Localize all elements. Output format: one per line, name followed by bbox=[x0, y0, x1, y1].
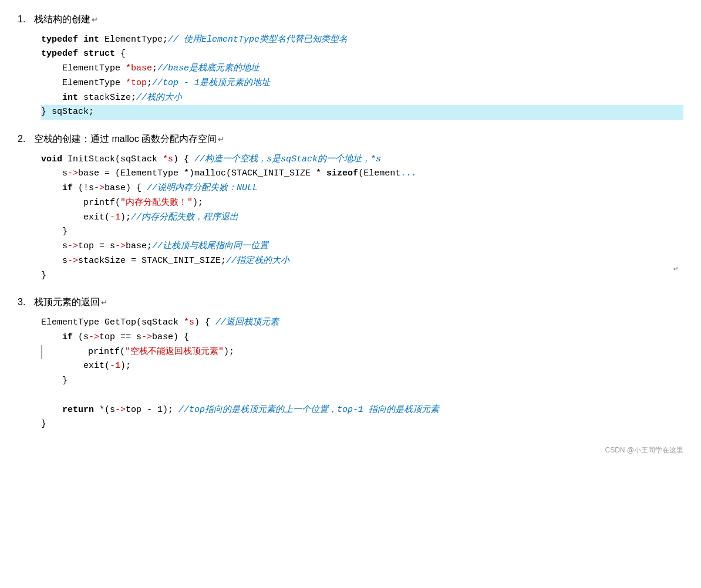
code-line: if (s->top == s->base) { bbox=[41, 330, 683, 345]
section-3-code: ElementType GetTop(sqStack *s) { //返回栈顶元… bbox=[41, 315, 683, 433]
code-line: printf("内存分配失败！"); bbox=[41, 196, 683, 211]
section-2-number: 2. bbox=[18, 131, 34, 147]
code-line: return *(s->top - 1); //top指向的是栈顶元素的上一个位… bbox=[41, 403, 683, 418]
section-1-code: typedef int ElementType;// 使用ElementType… bbox=[41, 32, 683, 121]
code-line-highlighted: } sqStack; bbox=[41, 105, 683, 120]
section-1-title: 栈结构的创建↵ bbox=[34, 12, 98, 27]
code-line: exit(-1); bbox=[41, 359, 683, 374]
section-3-number: 3. bbox=[18, 295, 34, 310]
code-line: int stackSize;//栈的大小 bbox=[41, 91, 683, 106]
code-line: ElementType GetTop(sqStack *s) { //返回栈顶元… bbox=[41, 316, 683, 330]
code-line: s->stackSize = STACK_INIT_SIZE;//指定栈的大小 bbox=[41, 254, 683, 269]
code-line: s->top = s->base;//让栈顶与栈尾指向同一位置 bbox=[41, 239, 683, 254]
code-line: }↵ bbox=[41, 269, 683, 283]
footer: CSDN @小王同学在这里 bbox=[18, 445, 683, 456]
code-line: printf("空栈不能返回栈顶元素"); bbox=[41, 345, 683, 360]
section-2-title: 空栈的创建：通过 malloc 函数分配内存空间↵ bbox=[34, 131, 224, 147]
section-3: 3. 栈顶元素的返回↵ ElementType GetTop(sqStack *… bbox=[18, 295, 683, 433]
section-1-header: 1. 栈结构的创建↵ bbox=[18, 12, 683, 27]
code-line: s->base = (ElementType *)malloc(STACK_IN… bbox=[41, 167, 683, 181]
code-line: void InitStack(sqStack *s) { //构造一个空栈，s是… bbox=[41, 153, 683, 167]
code-line: typedef struct { bbox=[41, 47, 683, 62]
section-2: 2. 空栈的创建：通过 malloc 函数分配内存空间↵ void InitSt… bbox=[18, 131, 683, 284]
code-line: typedef int ElementType;// 使用ElementType… bbox=[41, 33, 683, 48]
code-line: ElementType *base;//base是栈底元素的地址 bbox=[41, 62, 683, 76]
code-line: } bbox=[41, 417, 683, 432]
section-3-header: 3. 栈顶元素的返回↵ bbox=[18, 295, 683, 310]
code-line: } bbox=[41, 225, 683, 239]
code-line: if (!s->base) { //说明内存分配失败：NULL bbox=[41, 181, 683, 196]
section-2-code: void InitStack(sqStack *s) { //构造一个空栈，s是… bbox=[41, 151, 683, 285]
section-1: 1. 栈结构的创建↵ typedef int ElementType;// 使用… bbox=[18, 12, 683, 121]
section-3-title: 栈顶元素的返回↵ bbox=[34, 295, 107, 310]
code-line bbox=[41, 388, 683, 403]
section-2-header: 2. 空栈的创建：通过 malloc 函数分配内存空间↵ bbox=[18, 131, 683, 147]
code-line: exit(-1);//内存分配失败，程序退出 bbox=[41, 211, 683, 225]
code-line: ElementType *top;//top - 1是栈顶元素的地址 bbox=[41, 76, 683, 91]
code-line: } bbox=[41, 374, 683, 388]
section-1-number: 1. bbox=[18, 12, 34, 27]
